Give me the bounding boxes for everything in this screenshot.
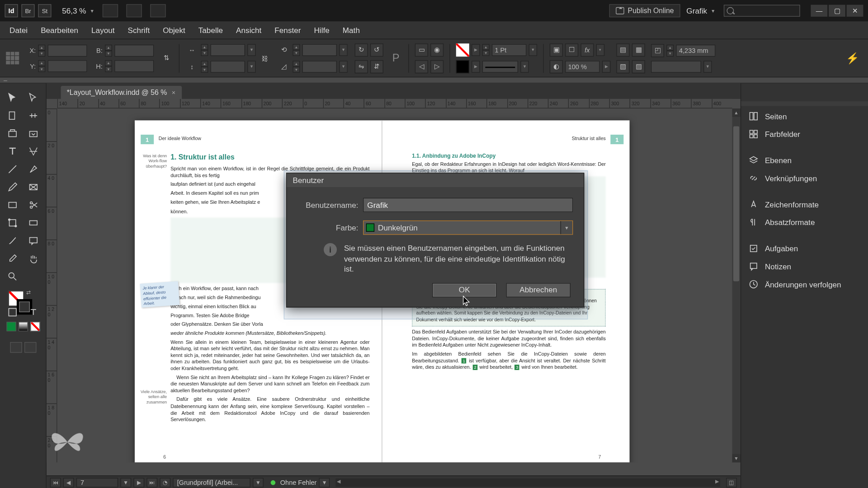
help-search-input[interactable] [724, 5, 800, 17]
dropdown-icon[interactable]: ▼ [247, 44, 255, 56]
panel-absatzformate[interactable]: Absatzformate [741, 213, 868, 231]
scroll-down-icon[interactable]: ▼ [732, 454, 740, 462]
flip-h-icon[interactable]: ⇋ [355, 60, 368, 73]
page-dropdown-icon[interactable]: ▼ [120, 478, 131, 487]
math-tool[interactable] [24, 143, 43, 160]
select-next-icon[interactable]: ▷ [430, 60, 443, 73]
fill-swatch[interactable] [456, 43, 469, 56]
menu-hilfe[interactable]: Hilfe [308, 23, 335, 37]
zoom-tool[interactable] [2, 268, 22, 285]
stroke-weight-field[interactable]: 1 Pt [492, 44, 526, 56]
dropdown-icon[interactable]: ▾ [596, 44, 604, 56]
menu-schrift[interactable]: Schrift [122, 23, 156, 37]
panel-notizen[interactable]: Notizen [741, 258, 868, 276]
close-icon[interactable]: × [172, 89, 175, 96]
text-wrap-none-icon[interactable]: ▤ [617, 43, 630, 56]
swap-fill-stroke-icon[interactable]: ⇄ [26, 290, 31, 296]
scroll-up-icon[interactable]: ▲ [732, 108, 740, 117]
dropdown-icon[interactable]: ▶ [472, 44, 480, 56]
formatting-container-icon[interactable] [2, 304, 22, 321]
page-number-field[interactable]: 7 [76, 478, 118, 487]
rotate-stepper[interactable]: ▲▼ [292, 44, 300, 56]
panel-aenderungen-verfolgen[interactable]: Änderungen verfolgen [741, 275, 868, 293]
view-options-button[interactable] [103, 4, 118, 17]
rotate-cw-icon[interactable]: ↻ [355, 43, 368, 56]
bridge-button[interactable]: Br [21, 4, 34, 17]
gradient-feather-tool[interactable] [2, 232, 22, 249]
opacity-icon[interactable]: ◐ [550, 60, 563, 73]
flip-v-icon[interactable]: ⇵ [370, 60, 383, 73]
free-transform-tool[interactable] [2, 215, 22, 231]
y-field[interactable] [47, 60, 87, 72]
corner-style-field[interactable] [651, 61, 701, 72]
dropdown-icon[interactable]: ▼ [339, 61, 347, 72]
publish-online-button[interactable]: Publish Online [609, 4, 680, 17]
text-wrap-bounding-icon[interactable]: ▦ [632, 43, 645, 56]
corner-stepper[interactable]: ▲▼ [666, 44, 674, 56]
window-maximize-button[interactable]: ▢ [829, 5, 845, 17]
username-input[interactable]: Grafik [363, 198, 573, 212]
select-content-icon[interactable]: ◉ [430, 43, 443, 56]
chevron-down-icon[interactable]: ▼ [90, 8, 94, 14]
dropdown-icon[interactable]: ▼ [520, 61, 528, 72]
h-field[interactable] [114, 60, 154, 72]
scrollbar-thumb[interactable] [733, 127, 739, 282]
menu-layout[interactable]: Layout [85, 23, 121, 37]
line-tool[interactable] [2, 161, 22, 178]
document-tab[interactable]: *Layout_Workflow.indd @ 56 % × [61, 86, 182, 99]
w-field[interactable] [114, 44, 154, 56]
rectangle-frame-tool[interactable] [24, 179, 43, 196]
panel-zeichenformate[interactable]: Zeichenformate [741, 196, 868, 214]
hand-tool[interactable] [24, 250, 43, 267]
y-stepper[interactable]: ▲▼ [38, 60, 45, 72]
dialog-title[interactable]: Benutzer [287, 174, 584, 187]
scissors-tool[interactable] [24, 197, 43, 213]
horizontal-ruler[interactable]: 1402040608010012014016018020022002040608… [57, 99, 732, 108]
panel-grip[interactable] [0, 77, 868, 83]
vertical-scrollbar[interactable]: ▲ ▼ [732, 108, 740, 462]
stroke-swatch[interactable] [456, 60, 469, 73]
quick-apply-icon[interactable]: ⚡ [844, 50, 861, 66]
menu-math[interactable]: Math [337, 23, 366, 37]
direct-selection-tool[interactable] [24, 89, 43, 106]
menu-tabelle[interactable]: Tabelle [193, 23, 229, 37]
preflight-profile[interactable]: [Grundprofil] (Arbei... [173, 478, 250, 487]
pencil-tool[interactable] [2, 179, 22, 196]
constrain-proportions-icon[interactable]: ⇅ [160, 52, 173, 65]
scale-y-stepper[interactable]: ▲▼ [201, 61, 208, 72]
select-prev-icon[interactable]: ◁ [415, 60, 428, 73]
menu-datei[interactable]: Datei [4, 23, 33, 37]
arrange-documents-button[interactable] [151, 4, 166, 17]
menu-bearbeiten[interactable]: Bearbeiten [35, 23, 84, 37]
screen-mode-button[interactable] [127, 4, 142, 17]
h-stepper[interactable]: ▲▼ [105, 60, 112, 72]
dropdown-icon[interactable]: ▶ [472, 61, 480, 72]
stroke-style-field[interactable] [482, 61, 518, 72]
profile-dropdown-icon[interactable]: ▼ [253, 478, 264, 487]
note-tool[interactable] [24, 232, 43, 249]
apply-none-icon[interactable] [30, 322, 40, 331]
text-wrap-jump-icon[interactable]: ▨ [632, 60, 645, 73]
x-field[interactable] [47, 44, 87, 56]
formatting-text-icon[interactable] [24, 304, 43, 321]
rotate-field[interactable] [302, 44, 337, 56]
workspace-switcher[interactable]: Grafik [686, 6, 707, 15]
stroke-weight-stepper[interactable]: ▲▼ [482, 44, 490, 56]
menu-fenster[interactable]: Fenster [269, 23, 307, 37]
prev-page-button[interactable]: ◀ [63, 478, 74, 487]
w-stepper[interactable]: ▲▼ [105, 44, 112, 56]
horizontal-scrollbar[interactable] [336, 478, 720, 486]
rotate-ccw-icon[interactable]: ↺ [370, 43, 383, 56]
apply-color-icon[interactable] [6, 322, 16, 331]
scale-y-field[interactable] [211, 61, 245, 72]
content-collector-tool[interactable] [2, 125, 22, 142]
panel-farbfelder[interactable]: Farbfelder [741, 125, 868, 143]
pen-tool[interactable] [24, 161, 43, 178]
zoom-level[interactable]: 56,3 % [62, 6, 86, 15]
opacity-field[interactable]: 100 % [565, 61, 599, 72]
stock-button[interactable]: St [38, 4, 51, 17]
dropdown-icon[interactable]: ▼ [703, 61, 712, 72]
auto-fit-icon[interactable]: ▣ [550, 43, 563, 56]
shear-field[interactable] [302, 61, 337, 72]
scale-x-stepper[interactable]: ▲▼ [201, 44, 208, 56]
